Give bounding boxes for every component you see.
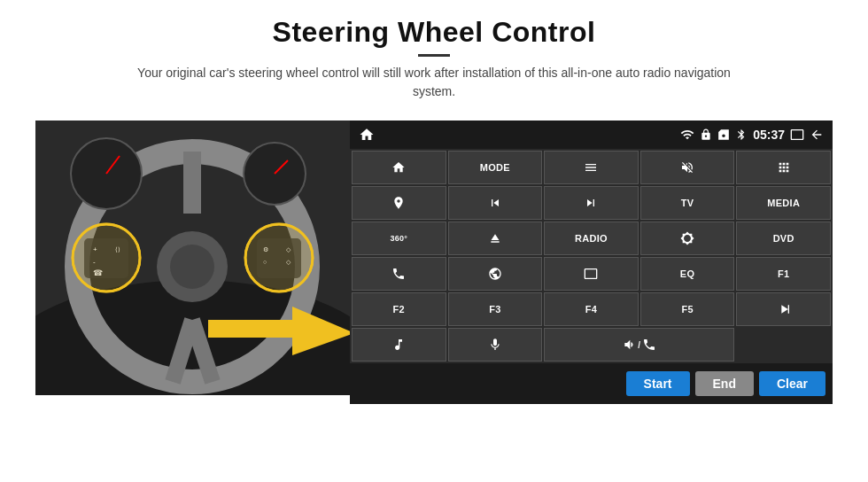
btn-f4[interactable]: F4: [544, 292, 639, 326]
btn-mode[interactable]: MODE: [448, 151, 543, 184]
page-title: Steering Wheel Control: [124, 16, 744, 49]
btn-music[interactable]: [352, 328, 446, 362]
btn-f5[interactable]: F5: [640, 292, 735, 326]
back-icon: [810, 128, 824, 142]
page-container: Steering Wheel Control Your original car…: [0, 0, 868, 482]
brightness-btn-icon: [680, 231, 694, 245]
svg-point-26: [73, 224, 140, 292]
mute-btn-icon: [680, 160, 694, 175]
phone-small-icon: [642, 338, 656, 352]
end-button[interactable]: End: [695, 371, 754, 396]
car-image: + ⟨⟩ - ☎ ⚙ ◇ ○ ◇: [35, 120, 350, 395]
btn-apps[interactable]: [736, 151, 831, 184]
apps-btn-icon: [777, 160, 791, 175]
status-icons: 05:37: [680, 128, 824, 142]
playpause-btn-icon: [777, 302, 791, 316]
prev-btn-icon: [488, 196, 502, 210]
bottom-bar: Start End Clear: [350, 363, 833, 404]
btn-dvd[interactable]: DVD: [736, 222, 831, 255]
btn-phone[interactable]: [352, 257, 446, 291]
window-btn-icon: [584, 267, 598, 281]
btn-f2[interactable]: F2: [352, 292, 446, 326]
button-grid: MODE: [350, 149, 833, 363]
btn-window[interactable]: [544, 257, 639, 291]
btn-browse[interactable]: [448, 257, 543, 291]
status-time: 05:37: [753, 128, 785, 142]
btn-tv[interactable]: TV: [640, 186, 735, 220]
btn-list[interactable]: [544, 151, 639, 184]
mirror-icon: [790, 128, 804, 142]
btn-eq[interactable]: EQ: [640, 257, 735, 291]
btn-empty: [736, 328, 831, 362]
btn-mute[interactable]: [640, 151, 735, 184]
clear-button[interactable]: Clear: [759, 371, 825, 396]
btn-f1[interactable]: F1: [736, 257, 831, 291]
eject-btn-icon: [488, 231, 502, 245]
svg-rect-25: [208, 320, 297, 338]
content-area: + ⟨⟩ - ☎ ⚙ ◇ ○ ◇: [35, 120, 833, 404]
vol-icon: [622, 338, 636, 352]
svg-point-27: [245, 224, 313, 292]
btn-playpause[interactable]: [736, 292, 831, 326]
btn-nav[interactable]: [352, 186, 446, 220]
mic-btn-icon: [488, 338, 502, 352]
btn-mic[interactable]: [448, 328, 543, 362]
page-subtitle: Your original car's steering wheel contr…: [124, 64, 744, 101]
status-bar: 05:37: [350, 120, 833, 149]
btn-brightness[interactable]: [640, 222, 735, 255]
wifi-icon: [680, 128, 694, 142]
btn-home[interactable]: [352, 151, 446, 184]
btn-volphone[interactable]: /: [544, 328, 734, 362]
btn-f3[interactable]: F3: [448, 292, 543, 326]
btn-360cam[interactable]: 360°: [352, 222, 446, 255]
btn-radio[interactable]: RADIO: [544, 222, 639, 255]
btn-next[interactable]: [544, 186, 639, 220]
list-btn-icon: [584, 160, 598, 175]
sim-icon: [717, 128, 730, 141]
bluetooth-icon: [735, 128, 748, 141]
home-status-icon: [359, 127, 375, 143]
title-section: Steering Wheel Control Your original car…: [124, 16, 744, 113]
next-btn-icon: [584, 196, 598, 210]
status-left: [359, 127, 375, 143]
btn-media[interactable]: MEDIA: [736, 186, 831, 220]
btn-eject[interactable]: [448, 222, 543, 255]
music-btn-icon: [391, 338, 406, 352]
phone-btn-icon: [391, 267, 406, 281]
lock-icon: [700, 128, 712, 141]
title-divider: [418, 54, 450, 57]
nav-btn-icon: [391, 196, 406, 210]
start-button[interactable]: Start: [626, 371, 690, 396]
btn-prev[interactable]: [448, 186, 543, 220]
home-btn-icon: [391, 160, 406, 175]
browse-btn-icon: [488, 267, 502, 281]
svg-point-7: [170, 245, 214, 289]
android-panel: 05:37 MODE: [350, 120, 833, 404]
